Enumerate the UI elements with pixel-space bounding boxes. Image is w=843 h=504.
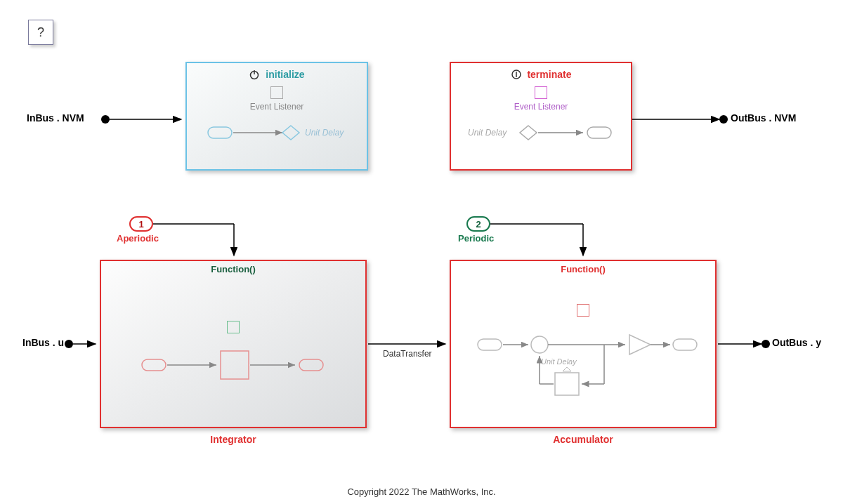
accumulator-fn-box <box>577 304 589 317</box>
inport-nvm-label: InBus . NVM <box>27 112 84 124</box>
trigger-aperiodic-label: Aperiodic <box>117 233 159 244</box>
help-button[interactable]: ? <box>28 20 53 45</box>
initialize-block[interactable]: initialize Event Listener Unit Delay <box>185 62 368 171</box>
init-subtitle: Event Listener <box>187 102 367 112</box>
svg-point-13 <box>762 340 770 348</box>
svg-rect-17 <box>208 127 232 138</box>
trigger-periodic-label: Periodic <box>458 233 494 244</box>
svg-rect-39 <box>555 373 579 395</box>
integrator-fn-box <box>227 321 240 333</box>
accum-unitdelay-label: Unit Delay <box>541 357 577 366</box>
copyright-text: Copyright 2022 The MathWorks, Inc. <box>0 486 843 497</box>
svg-point-1 <box>101 115 110 124</box>
outport-nvm-label: OutBus . NVM <box>731 112 796 124</box>
inport-u-label: InBus . u <box>22 337 64 348</box>
init-unitdelay-label: Unit Delay <box>305 128 344 138</box>
accumulator-inner-flow: Unit Delay <box>464 324 702 408</box>
power-icon <box>249 69 260 82</box>
accumulator-block[interactable]: Function() Unit Delay <box>450 260 717 428</box>
integrator-inner-flow <box>128 340 339 390</box>
svg-marker-40 <box>563 367 571 371</box>
integrator-name-label: Integrator <box>100 434 367 445</box>
trigger-aperiodic-port[interactable]: 1 <box>129 216 153 232</box>
init-title: initialize <box>187 69 367 82</box>
svg-marker-43 <box>629 335 651 354</box>
svg-point-4 <box>719 115 728 124</box>
svg-marker-19 <box>282 126 299 140</box>
outport-y-label: OutBus . y <box>772 337 821 348</box>
term-title: terminate <box>451 69 631 82</box>
integrator-fn-label: Function() <box>101 264 365 274</box>
term-listener-box <box>535 86 547 99</box>
init-inner-flow: Unit Delay <box>200 119 354 147</box>
svg-rect-45 <box>673 339 697 350</box>
svg-rect-33 <box>478 339 502 350</box>
svg-rect-25 <box>587 127 611 138</box>
accumulator-fn-label: Function() <box>451 264 715 274</box>
integrator-block[interactable]: Function() <box>100 260 367 428</box>
svg-rect-29 <box>221 351 249 379</box>
init-listener-box <box>270 86 283 99</box>
svg-rect-27 <box>142 359 166 371</box>
diagram-canvas: ? InBus . NVM OutBus . NVM InBus . u Ou <box>0 0 843 504</box>
term-inner-flow: Unit Delay <box>464 119 618 147</box>
term-unitdelay-label: Unit Delay <box>468 128 507 138</box>
stop-icon <box>511 69 522 82</box>
accumulator-name-label: Accumulator <box>450 434 717 445</box>
svg-marker-23 <box>520 126 537 140</box>
svg-point-35 <box>531 336 548 353</box>
terminate-block[interactable]: terminate Event Listener Unit Delay <box>450 62 632 171</box>
svg-point-9 <box>65 340 73 348</box>
data-transfer-label: DataTransfer <box>383 349 432 359</box>
term-subtitle: Event Listener <box>451 102 631 112</box>
svg-rect-31 <box>299 359 323 371</box>
connections-layer <box>0 0 843 504</box>
trigger-periodic-port[interactable]: 2 <box>466 216 490 232</box>
